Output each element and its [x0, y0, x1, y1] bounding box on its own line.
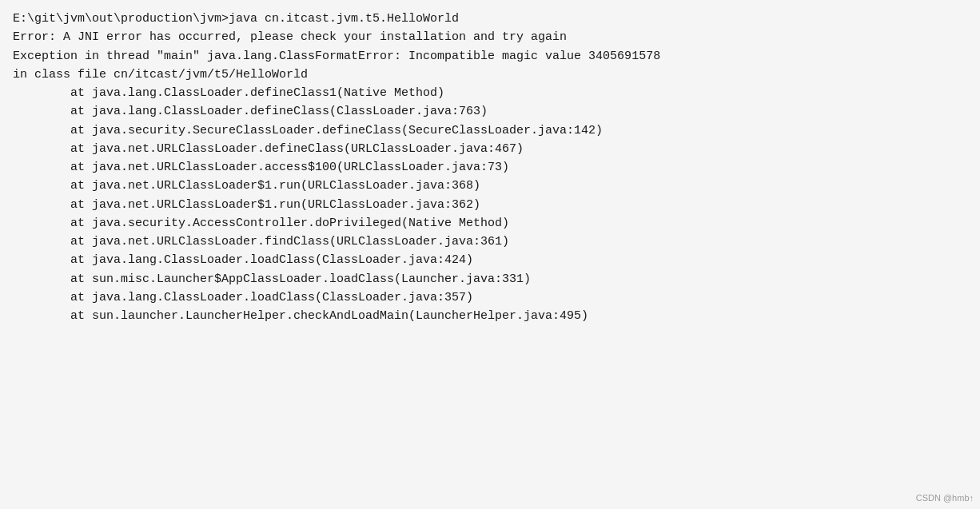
- terminal-window: E:\git\jvm\out\production\jvm>java cn.it…: [0, 0, 980, 509]
- terminal-output: E:\git\jvm\out\production\jvm>java cn.it…: [13, 10, 967, 325]
- watermark: CSDN @hmb↑: [916, 493, 974, 503]
